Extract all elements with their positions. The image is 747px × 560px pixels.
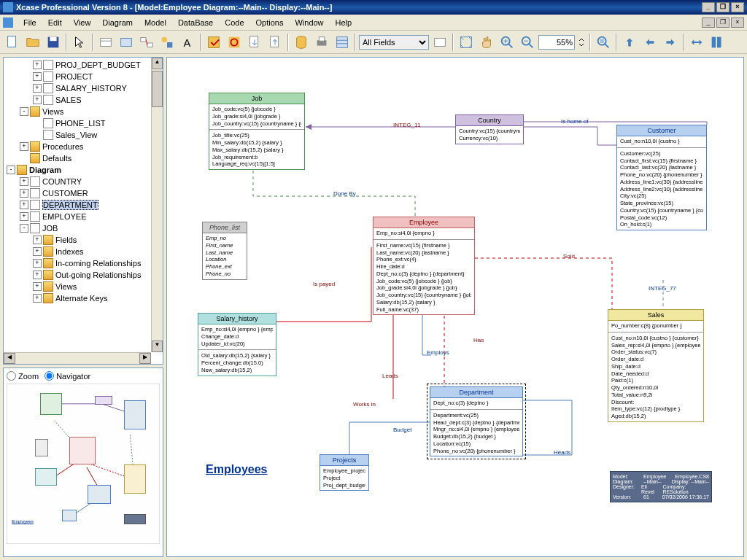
navigator-preview[interactable]: Employees <box>7 384 160 544</box>
menu-window[interactable]: Window <box>289 17 329 28</box>
browse-button[interactable] <box>333 33 352 52</box>
tree-node-views[interactable]: -Views <box>4 106 163 117</box>
entity-employee[interactable]: Employee Emp_no:si4,0i {empno } First_na… <box>373 217 475 315</box>
new-button[interactable] <box>3 33 22 52</box>
fit-button[interactable] <box>457 33 476 52</box>
tree-expand-icon[interactable]: + <box>33 61 42 69</box>
drawing-button[interactable] <box>158 33 177 52</box>
tree-node-department[interactable]: +DEPARTMENT <box>4 199 163 211</box>
tree-node-country[interactable]: +COUNTRY <box>4 176 163 187</box>
zoom-radio[interactable]: Zoom <box>7 371 39 381</box>
tree-expand-icon[interactable]: + <box>33 72 42 81</box>
expand-horiz-button[interactable] <box>687 33 706 52</box>
sync-button[interactable] <box>225 33 244 52</box>
tree-expand-icon[interactable]: + <box>33 96 42 104</box>
nav-prev-button[interactable] <box>640 33 659 52</box>
print-button[interactable] <box>312 33 331 52</box>
tree-scrollbar-vertical[interactable]: ▲ ▼ <box>151 58 163 352</box>
layout-button[interactable] <box>708 33 727 52</box>
tree-node-procedures[interactable]: +Procedures <box>4 141 163 152</box>
tree-node-customer[interactable]: +CUSTOMER <box>4 187 163 199</box>
entity-job[interactable]: Job Job_code:vc(5) {jobcode }Job_grade:s… <box>209 93 305 170</box>
tree-expand-icon[interactable]: + <box>33 84 42 93</box>
tree-node-out-going-relationships[interactable]: +Out-going Relationships <box>4 269 163 281</box>
mdi-close-button[interactable]: × <box>731 18 744 28</box>
text-button[interactable]: A <box>178 33 197 52</box>
view-button[interactable] <box>117 33 136 52</box>
tree-node-project[interactable]: +PROJECT <box>4 71 163 82</box>
zoom-input[interactable] <box>538 35 575 50</box>
menu-model[interactable]: Model <box>139 17 172 28</box>
restore-button[interactable]: ❐ <box>716 2 729 12</box>
export-button[interactable] <box>266 33 285 52</box>
menu-code[interactable]: Code <box>219 17 249 28</box>
entity-projects[interactable]: Projects Employee_projectProjectProj_dep… <box>320 454 369 491</box>
nav-up-button[interactable] <box>620 33 639 52</box>
generate-button[interactable] <box>204 33 223 52</box>
tree-node-phone-list[interactable]: PHONE_LIST <box>4 117 163 129</box>
entity-customer[interactable]: Customer Cust_no:n10,0i {custno } Custom… <box>616 125 707 230</box>
tree-node-in-coming-relationships[interactable]: +In-coming Relationships <box>4 257 163 269</box>
zoom-selection-button[interactable] <box>594 33 613 52</box>
menu-diagram[interactable]: Diagram <box>96 17 139 28</box>
tree-expand-icon[interactable]: - <box>7 166 15 174</box>
minimize-button[interactable]: _ <box>702 2 715 12</box>
tree-expand-icon[interactable]: + <box>33 271 42 279</box>
tree-expand-icon[interactable]: + <box>33 247 42 256</box>
close-button[interactable]: × <box>731 2 744 12</box>
tree-node-employee[interactable]: +EMPLOYEE <box>4 211 163 222</box>
database-button[interactable] <box>292 33 311 52</box>
entity-salary-history[interactable]: Salary_history Emp_no:si4,0i {empno } {e… <box>198 313 276 376</box>
tree-node-diagram[interactable]: -Diagram <box>4 164 163 176</box>
diagram-canvas[interactable]: INTEG_11 Is home of Done By Is payed Sol… <box>166 57 744 557</box>
tree-expand-icon[interactable]: + <box>33 294 42 303</box>
tree-expand-icon[interactable]: + <box>20 177 28 186</box>
mdi-minimize-button[interactable]: _ <box>702 18 715 28</box>
menu-edit[interactable]: Edit <box>42 17 68 28</box>
tree-expand-icon[interactable]: + <box>20 201 28 209</box>
nav-next-button[interactable] <box>661 33 680 52</box>
mdi-restore-button[interactable]: ❐ <box>716 18 729 28</box>
menu-view[interactable]: View <box>68 17 97 28</box>
zoom-in-button[interactable] <box>498 33 516 52</box>
zoom-spinner[interactable] <box>576 33 587 52</box>
tree-expand-icon[interactable]: + <box>33 236 42 244</box>
tree-node-sales-view[interactable]: Sales_View <box>4 129 163 141</box>
tree-node-views[interactable]: +Views <box>4 281 163 292</box>
tree-node-proj-dept-budget[interactable]: +PROJ_DEPT_BUDGET <box>4 59 163 71</box>
fields-dropdown[interactable]: All Fields <box>359 35 429 50</box>
navigator-radio[interactable]: Navigator <box>44 371 90 381</box>
tree-node-sales[interactable]: +SALES <box>4 94 163 106</box>
tree-expand-icon[interactable]: - <box>20 224 28 233</box>
entity-department[interactable]: Department Dept_no:c(3) {deptno } Depart… <box>430 386 523 456</box>
tree-expand-icon[interactable]: + <box>33 259 42 268</box>
tree-node-indexes[interactable]: +Indexes <box>4 246 163 257</box>
entity-sales[interactable]: Sales Po_number:c(8) {ponumber } Cust_no… <box>608 309 704 422</box>
tree-node-alternate-keys[interactable]: +Alternate Keys <box>4 292 163 304</box>
tree-expand-icon[interactable]: + <box>20 212 28 221</box>
tree-node-job[interactable]: -JOB <box>4 222 163 234</box>
tree-scrollbar-horizontal[interactable]: ◀ ▶ <box>4 352 151 364</box>
relation-button[interactable] <box>137 33 156 52</box>
tree-expand-icon[interactable]: + <box>20 189 28 198</box>
save-button[interactable] <box>44 33 63 52</box>
tree-node-fields[interactable]: +Fields <box>4 234 163 246</box>
pointer-button[interactable] <box>70 33 89 52</box>
table-button[interactable] <box>96 33 115 52</box>
menu-options[interactable]: Options <box>250 17 290 28</box>
import-button[interactable] <box>245 33 264 52</box>
fields-filter-button[interactable] <box>430 33 449 52</box>
menu-file[interactable]: File <box>18 17 42 28</box>
zoom-out-button[interactable] <box>518 33 537 52</box>
menu-help[interactable]: Help <box>330 17 358 28</box>
entity-phonelist[interactable]: Phone_list Emp_noFirst_nameLast_nameLoca… <box>202 222 247 280</box>
tree-expand-icon[interactable]: - <box>20 107 28 116</box>
tree-expand-icon[interactable]: + <box>20 142 28 151</box>
tree-node-defaults[interactable]: Defaults <box>4 152 163 164</box>
menu-database[interactable]: DataBase <box>172 17 219 28</box>
tree-panel[interactable]: +PROJ_DEPT_BUDGET+PROJECT+SALARY_HISTORY… <box>3 57 163 365</box>
open-button[interactable] <box>23 33 42 52</box>
pan-button[interactable] <box>477 33 496 52</box>
entity-country[interactable]: Country Country:vc(15) {countryname }Cur… <box>455 114 524 144</box>
tree-expand-icon[interactable]: + <box>33 282 42 291</box>
